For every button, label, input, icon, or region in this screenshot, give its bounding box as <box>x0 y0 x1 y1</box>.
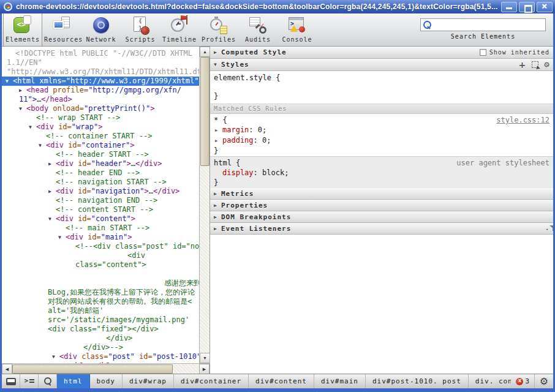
dom-tree-row[interactable]: </div> <box>2 334 199 343</box>
breadcrumb-div-content[interactable]: div#content <box>249 374 314 388</box>
search-box[interactable] <box>420 18 546 31</box>
vertical-scrollbar[interactable]: ▲ ▼ <box>199 47 210 363</box>
breadcrumb-div-wrap[interactable]: div#wrap <box>123 374 174 388</box>
new-style-rule-icon[interactable]: + <box>519 61 527 69</box>
close-button[interactable] <box>537 2 553 12</box>
collapse-arrow-icon[interactable]: ▼ <box>39 141 46 150</box>
expand-arrow-icon[interactable]: ▶ <box>48 159 56 168</box>
horizontal-scrollbar-thumb[interactable] <box>12 364 173 374</box>
tab-elements[interactable]: Elements <box>3 13 42 46</box>
css-property[interactable]: display: block; <box>214 168 549 178</box>
console-toggle-button[interactable] <box>20 374 39 388</box>
dom-tree-row[interactable]: <div class="fixed"></div> <box>2 325 199 334</box>
dom-tree-row[interactable]: src='/static/images/mygmail.png' <box>2 315 199 325</box>
css-rule[interactable]: html {user agent stylesheetdisplay: bloc… <box>210 156 553 188</box>
minimize-button[interactable] <box>501 2 517 12</box>
tab-resources[interactable]: Resources <box>42 13 81 46</box>
dom-tree-row[interactable]: ▶<div id="header">…</div> <box>2 159 199 168</box>
collapse-arrow-icon[interactable]: ▼ <box>19 104 26 113</box>
dom-tree-row[interactable]: <!-- header START --> <box>2 150 199 159</box>
dom-tree-row[interactable]: ▼<div id="wrap"> <box>2 123 199 132</box>
collapse-arrow-icon[interactable]: ▼ <box>58 233 66 242</box>
properties-section[interactable]: ▶ Properties <box>210 200 553 211</box>
breadcrumb-div-post-1010-post[interactable]: div#post-1010. post <box>366 374 469 388</box>
dom-tree-row[interactable] <box>2 270 199 279</box>
collapse-arrow-icon[interactable]: ▼ <box>6 77 13 86</box>
dom-tree-row[interactable]: </div>--> <box>2 343 199 352</box>
dom-tree-row[interactable]: 11">…</head> <box>2 95 199 104</box>
css-property[interactable]: ▶margin: 0; <box>214 125 549 135</box>
scroll-down-button[interactable]: ▼ <box>200 353 210 363</box>
styles-section[interactable]: ▼ Styles + ⚙▾ <box>210 59 553 71</box>
dom-tree-row[interactable]: 1.1//EN" <box>2 58 199 67</box>
expand-arrow-icon[interactable]: ▶ <box>215 126 222 135</box>
breadcrumb-div-content[interactable]: div. content <box>469 374 512 388</box>
scroll-up-button[interactable]: ▲ <box>200 47 210 57</box>
tab-timeline[interactable]: Timeline <box>160 13 199 46</box>
dom-tree-row[interactable]: <!DOCTYPE html PUBLIC "-//W3C//DTD XHTML <box>2 49 199 58</box>
metrics-section[interactable]: ▶ Metrics <box>210 188 553 200</box>
dom-tree-row[interactable]: ▼<div id="main"> <box>2 233 199 242</box>
inspect-element-button[interactable] <box>39 374 57 388</box>
maximize-button[interactable] <box>519 2 535 12</box>
css-rule[interactable]: * {style.css:12▶margin: 0;▶padding: 0;} <box>210 114 553 156</box>
dom-tree-row[interactable]: ▶<head profile="http://gmpg.org/xfn/ <box>2 86 199 95</box>
dom-tree-row[interactable]: 感谢您来到我 <box>2 279 199 288</box>
dom-tree-row[interactable]: ▶<div id="navigation">…</div> <box>2 187 199 196</box>
dom-tree-row[interactable]: alt='我的邮箱' <box>2 306 199 315</box>
horizontal-scrollbar[interactable]: ◀ ▶ <box>2 363 210 374</box>
dom-tree-row[interactable]: <!-- navigation START --> <box>2 178 199 187</box>
dom-tree-row[interactable]: ▼<div id="content"> <box>2 214 199 224</box>
dom-tree-row[interactable]: <!-- content START --> <box>2 205 199 214</box>
dom-tree-row[interactable]: ▼<div id="container"> <box>2 141 199 150</box>
dom-tree-row[interactable]: <!-- navigation END --> <box>2 196 199 205</box>
dom-tree-row[interactable]: class="content"> <box>2 260 199 270</box>
dom-breakpoints-section[interactable]: ▶ DOM Breakpoints <box>210 211 553 223</box>
expand-arrow-icon[interactable]: ▶ <box>48 187 56 196</box>
timeline-icon <box>169 15 190 36</box>
dock-side-button[interactable] <box>2 374 20 388</box>
stylesheet-link[interactable]: style.css:12 <box>496 115 549 125</box>
collapse-arrow-icon[interactable]: ▼ <box>48 214 56 224</box>
dom-tree-row[interactable]: <!-- main START --> <box>2 224 199 233</box>
computed-style-section[interactable]: ▶ Computed Style Show inherited <box>210 47 553 59</box>
expand-arrow-icon[interactable]: ▶ <box>19 86 26 95</box>
css-property[interactable]: ▶padding: 0; <box>214 135 549 146</box>
tab-scripts[interactable]: Scripts <box>121 13 160 46</box>
dom-tree-row[interactable]: ▼<html xmlns="http://www.w3.org/1999/xht… <box>2 77 199 86</box>
code-segment: > <box>98 123 102 131</box>
breadcrumb-body[interactable]: body <box>90 374 123 388</box>
element-style-selector: element.style { <box>214 74 549 83</box>
settings-button[interactable]: ⚙ <box>535 374 553 388</box>
element-style-rule[interactable]: element.style { } <box>210 71 553 104</box>
tab-audits[interactable]: Audits <box>238 13 278 46</box>
show-inherited-checkbox[interactable] <box>480 49 486 56</box>
event-listeners-section[interactable]: ▶ Event Listeners ▾ <box>210 223 553 235</box>
tab-profiles[interactable]: Profiles <box>199 13 238 46</box>
expand-arrow-icon[interactable]: ▶ <box>215 136 222 146</box>
dom-tree-row[interactable]: <!-- header END --> <box>2 168 199 178</box>
breadcrumb-div-container[interactable]: div#container <box>174 374 249 388</box>
collapse-arrow-icon[interactable]: ▼ <box>52 352 59 361</box>
element-state-icon[interactable] <box>532 61 538 68</box>
dom-tree-row[interactable]: "http://www.w3.org/TR/xhtml11/DTD/xhtml1… <box>2 67 199 77</box>
vertical-scrollbar-thumb[interactable] <box>200 57 210 166</box>
scroll-right-button[interactable]: ▶ <box>199 364 210 374</box>
collapse-arrow-icon[interactable]: ▼ <box>29 123 36 132</box>
dom-tree-row[interactable]: <!-- wrap START --> <box>2 113 199 123</box>
dom-tree-row[interactable]: <!-- container START --> <box>2 132 199 141</box>
dom-tree-row[interactable]: <div <box>2 251 199 260</box>
dom-tree-row[interactable]: ▼<body onload="prettyPrint()"> <box>2 104 199 113</box>
dom-tree-row[interactable]: <!--<div class="post" id="notice" <box>2 242 199 251</box>
tab-console[interactable]: Console <box>278 13 317 46</box>
scroll-left-button[interactable]: ◀ <box>2 364 12 374</box>
search-input[interactable] <box>434 20 543 30</box>
error-count-button[interactable]: 3 <box>511 374 535 388</box>
breadcrumb-html[interactable]: html <box>57 374 90 388</box>
breadcrumb-div-main[interactable]: div#main <box>314 374 366 388</box>
style-settings-button[interactable]: ⚙▾ <box>544 60 549 69</box>
dom-tree-row[interactable]: ▼<div class="post" id="post-1010"> <box>2 352 199 361</box>
tab-network[interactable]: Network <box>81 13 121 46</box>
dom-tree-row[interactable]: BLog,如果您在我博客上留下评论，您的评论 <box>2 288 199 297</box>
dom-tree-row[interactable]: 对我的网站成长有很大的帮助。我的邮箱是< <box>2 297 199 306</box>
